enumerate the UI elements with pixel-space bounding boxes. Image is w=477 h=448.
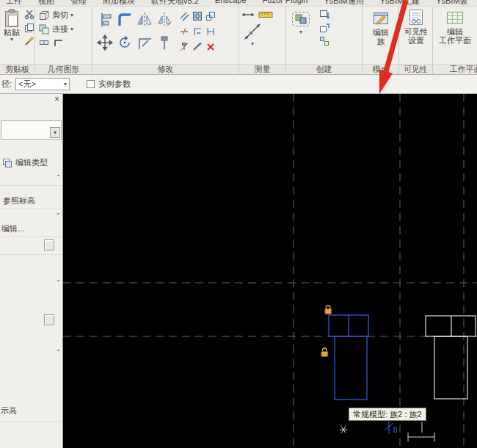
offset-button[interactable] bbox=[178, 8, 191, 24]
measure-diagonal-icon bbox=[243, 22, 262, 41]
instance-param-checkbox[interactable] bbox=[87, 80, 95, 88]
join-geometry-button[interactable]: 连接 ▾ bbox=[37, 22, 74, 36]
constraint-lock-icon[interactable] bbox=[325, 306, 332, 314]
create-assembly-icon bbox=[318, 22, 330, 34]
dropdown-arrow-icon: ▾ bbox=[10, 37, 13, 43]
split-button[interactable] bbox=[178, 24, 191, 39]
family-geometry-selected-body[interactable] bbox=[335, 336, 367, 400]
create-parts-button[interactable] bbox=[318, 35, 331, 47]
scale-button[interactable] bbox=[204, 8, 217, 24]
tab-ysbim-structure[interactable]: YsBIM土建 bbox=[380, 0, 420, 7]
mirror-draw-icon bbox=[156, 12, 172, 28]
array-button[interactable] bbox=[191, 8, 204, 24]
panel-create: ▾ bbox=[286, 7, 363, 74]
type-selector-bar: 径: <无> ▾ 实例参数 bbox=[0, 75, 477, 94]
cope-icon bbox=[117, 12, 133, 28]
dimension-bracket bbox=[408, 433, 434, 441]
ribbon-tabs: 工件 视图 管理 附加模块 软件天地v5.2 Enscape Fuzor Plu… bbox=[6, 0, 468, 7]
paste-button[interactable]: 粘贴 ▾ bbox=[2, 8, 21, 43]
edit-type-label: 编辑类型 bbox=[15, 157, 48, 168]
tab-fuzor[interactable]: Fuzor Plugin bbox=[263, 0, 308, 7]
cut-to-clipboard-button[interactable] bbox=[23, 8, 36, 21]
mirror-icon bbox=[136, 12, 153, 28]
trim-corner-button[interactable] bbox=[134, 31, 154, 54]
tab-ysbim-decorate[interactable]: YsBIM装 bbox=[436, 0, 467, 7]
edit-workplane-button[interactable]: 编辑 工作平面 bbox=[437, 8, 473, 46]
section-collapse-icon[interactable]: ˆ bbox=[57, 280, 59, 287]
ribbon-body: 粘贴 ▾ bbox=[0, 7, 477, 74]
family-geometry-white-body[interactable] bbox=[434, 336, 467, 399]
edit-type-button[interactable]: 编辑类型 bbox=[2, 157, 48, 168]
section-collapse-icon[interactable]: ˆ bbox=[57, 213, 59, 220]
constraint-lock-icon[interactable] bbox=[321, 348, 328, 356]
type-dropdown-button[interactable]: ▾ bbox=[50, 127, 60, 138]
trim-extend-button[interactable] bbox=[191, 24, 204, 39]
align-dim-button[interactable] bbox=[204, 24, 217, 39]
measure-button[interactable]: ▾ bbox=[241, 21, 263, 48]
create-similar-button[interactable] bbox=[318, 8, 331, 21]
wall-join-button[interactable] bbox=[52, 36, 65, 48]
canvas-geometry: 0 bbox=[63, 94, 477, 448]
create-group-icon bbox=[290, 9, 312, 29]
edit-family-button[interactable]: 编辑 族 bbox=[370, 8, 392, 46]
delete-button[interactable] bbox=[204, 39, 217, 54]
type-label: 径: bbox=[1, 79, 12, 90]
cope-button[interactable] bbox=[114, 8, 134, 31]
property-edit-button[interactable] bbox=[44, 314, 54, 325]
ruler-button[interactable] bbox=[257, 8, 274, 21]
close-icon[interactable]: × bbox=[54, 95, 59, 104]
drawing-canvas[interactable]: 0 常规模型: 族2 : 族2 bbox=[63, 94, 477, 448]
move-button[interactable] bbox=[95, 31, 114, 54]
tab-manage[interactable]: 管理 bbox=[70, 0, 87, 7]
mirror-draw-button[interactable] bbox=[154, 8, 174, 31]
offset-icon bbox=[179, 11, 189, 21]
beam-join-button[interactable] bbox=[37, 36, 51, 48]
pin-icon bbox=[156, 35, 172, 51]
unpin-button[interactable] bbox=[178, 39, 191, 54]
tab-enscape[interactable]: Enscape bbox=[215, 0, 247, 7]
dimension-value[interactable]: 0 bbox=[393, 426, 398, 434]
cut-geometry-button[interactable]: 剪切 ▾ bbox=[37, 8, 74, 22]
align-button[interactable] bbox=[95, 8, 114, 31]
ruler-icon bbox=[258, 10, 273, 19]
edit-workplane-label-2: 工作平面 bbox=[439, 36, 471, 45]
edit-type-icon bbox=[2, 158, 12, 168]
flip-button[interactable] bbox=[241, 8, 255, 21]
copy-button[interactable] bbox=[23, 21, 36, 34]
scale-icon bbox=[205, 11, 216, 21]
properties-panel: × ▾ 编辑类型 ˆ 参照标高 ˆ 编辑... ˆ ˆ 示高 bbox=[0, 94, 63, 448]
tab-view[interactable]: 视图 bbox=[38, 0, 54, 7]
trim-corner-icon bbox=[136, 35, 153, 51]
property-edit-button[interactable] bbox=[44, 239, 54, 250]
type-preview-box[interactable]: ▾ bbox=[1, 120, 62, 140]
cut-geometry-label: 剪切 bbox=[52, 10, 68, 21]
type-selector-combo[interactable]: <无> ▾ bbox=[15, 78, 70, 90]
tab-addins[interactable]: 附加模块 bbox=[103, 0, 135, 7]
tab-component[interactable]: 工件 bbox=[6, 0, 22, 7]
tab-rjtd[interactable]: 软件天地v5.2 bbox=[151, 0, 199, 7]
create-group-button[interactable]: ▾ bbox=[288, 8, 313, 36]
paint-button[interactable] bbox=[191, 39, 204, 54]
match-type-button[interactable] bbox=[23, 35, 36, 47]
panel-label-clipboard: 剪贴板 bbox=[0, 64, 34, 74]
join-geometry-icon bbox=[38, 24, 50, 35]
element-tooltip: 常规模型: 族2 : 族2 bbox=[349, 408, 426, 421]
create-assembly-button[interactable] bbox=[318, 21, 331, 34]
split-icon bbox=[179, 26, 189, 37]
mirror-pick-button[interactable] bbox=[134, 8, 154, 31]
panel-workplane: 编辑 工作平面 工作平面 bbox=[433, 7, 477, 74]
family-geometry-white-top[interactable] bbox=[426, 316, 476, 336]
snap-marker-icon bbox=[340, 427, 347, 433]
visibility-settings-button[interactable]: 可见性 设置 bbox=[403, 8, 430, 46]
tab-ysbim-common[interactable]: YsBIM通用 bbox=[324, 0, 363, 7]
edit-family-icon bbox=[371, 9, 390, 28]
section-collapse-icon[interactable]: ˆ bbox=[57, 175, 59, 182]
trim-extend-icon bbox=[192, 26, 203, 37]
section-collapse-icon[interactable]: ˆ bbox=[57, 350, 59, 357]
pin-button[interactable] bbox=[154, 31, 174, 54]
panel-geometry: 剪切 ▾ 连接 ▾ bbox=[35, 7, 92, 74]
visibility-settings-label-1: 可见性 bbox=[404, 27, 429, 36]
align-dim-icon bbox=[205, 26, 216, 37]
rotate-button[interactable] bbox=[114, 31, 134, 54]
unpin-icon bbox=[179, 42, 189, 52]
